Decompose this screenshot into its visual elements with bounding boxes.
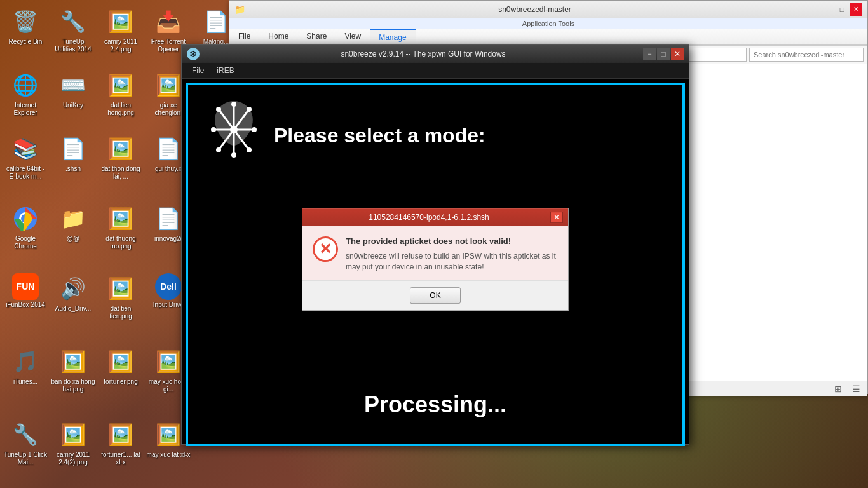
tuneup-icon: 🔧 (58, 6, 88, 37)
icon-label: ban do xa hong hai.png (51, 378, 95, 393)
snow-processing-text: Processing... (364, 391, 506, 418)
ban-do-icon: 🖼️ (58, 346, 88, 377)
icon-label: calibre 64bit - E-book m... (3, 165, 48, 180)
audio-icon: 🔊 (58, 273, 88, 304)
snow-titlebar-buttons: − □ ✕ (643, 48, 684, 60)
calibre-icon: 📚 (10, 133, 41, 164)
desktop-icon-at[interactable]: 📁 @@ (51, 203, 95, 243)
desktop-icon-ban-do[interactable]: 🖼️ ban do xa hong hai.png (51, 346, 95, 393)
snow-minimize-button[interactable]: − (643, 48, 656, 60)
explorer-titlebar: 📁 sn0wbreezedl-master − □ ✕ (229, 1, 867, 18)
desktop-icon-camry2[interactable]: 🖼️ camry 2011 2.4(2).png (51, 419, 95, 466)
svg-point-14 (216, 147, 221, 152)
snowflake-logo-icon (207, 98, 261, 173)
desktop-icon-ie[interactable]: 🌐 Internet Explorer (3, 70, 48, 117)
snow-close-button[interactable]: ✕ (671, 48, 684, 60)
icon-label: dat thon dong lai, ... (98, 165, 143, 180)
tab-manage[interactable]: Manage (370, 29, 415, 44)
desktop-icon-tuneup[interactable]: 🔧 TuneUp Utilities 2014 (51, 6, 95, 53)
error-close-button[interactable]: ✕ (550, 212, 563, 223)
error-message-title: The provided apticket does not look vali… (346, 236, 558, 246)
desktop-icon-unikey[interactable]: ⌨️ UniKey (51, 70, 95, 109)
innovag-icon: 📄 (153, 203, 184, 234)
icon-label: TuneUp 1 Click Mai... (3, 451, 48, 466)
icon-label: Audio_Driv... (51, 305, 95, 313)
svg-point-8 (231, 152, 236, 158)
close-button[interactable]: ✕ (850, 3, 862, 16)
gia-xe-icon: 🖼️ (153, 70, 184, 100)
desktop-icon-fortuner2[interactable]: 🖼️ fortuner1... lat xl-x (98, 419, 143, 466)
ifunbox-icon: FUN (12, 273, 39, 300)
error-body: ✕ The provided apticket does not look va… (302, 226, 568, 280)
svg-point-7 (231, 102, 236, 107)
at-icon: 📁 (58, 203, 88, 234)
desktop-icon-chrome[interactable]: Google Chrome (3, 203, 48, 250)
icon-label: .shsh (51, 165, 95, 173)
camry-icon: 🖼️ (105, 6, 136, 37)
icon-label: fortuner.png (98, 378, 143, 386)
minimize-button[interactable]: − (822, 3, 834, 16)
unikey-icon: ⌨️ (58, 70, 88, 100)
desktop-icon-audio[interactable]: 🔊 Audio_Driv... (51, 273, 95, 313)
dat-thon-icon: 🖼️ (105, 133, 136, 164)
gui-thuy-icon: 📄 (153, 133, 184, 164)
desktop-icon-fortuner[interactable]: 🖼️ fortuner.png (98, 346, 143, 386)
icon-label: UniKey (51, 102, 95, 109)
titlebar-buttons: − □ ✕ (822, 3, 862, 16)
snow-menu-ireb[interactable]: iREB (210, 64, 240, 77)
icon-label: iFunBox 2014 (3, 301, 48, 309)
desktop-icon-camry[interactable]: 🖼️ camry 2011 2.4.png (98, 6, 143, 53)
icon-label: Recycle Bin (3, 38, 48, 46)
snow-logo-icon: ❄ (187, 48, 200, 60)
desktop-icon-dat-thuong[interactable]: 🖼️ dat thuong mo.png (98, 203, 143, 250)
desktop-icon-dat-lien[interactable]: 🖼️ dat lien hong.png (98, 70, 143, 117)
snow-menu-file[interactable]: File (186, 64, 210, 77)
itunes-icon: 🎵 (10, 346, 41, 377)
desktop-icon-ifunbox[interactable]: FUN iFunBox 2014 (3, 273, 48, 309)
tab-file[interactable]: File (229, 29, 259, 44)
icon-label: dat lien hong.png (98, 102, 143, 117)
dat-thuong-icon: 🖼️ (105, 203, 136, 234)
icon-label: may xuc lat xl-x (146, 451, 191, 459)
search-input[interactable] (749, 48, 864, 62)
error-ok-button[interactable]: OK (410, 287, 461, 304)
snow-maximize-button[interactable]: □ (657, 48, 670, 60)
icon-label: camry 2011 2.4.png (98, 38, 143, 53)
svg-point-10 (252, 127, 257, 132)
maximize-button[interactable]: □ (836, 3, 848, 16)
desktop: 🗑️ Recycle Bin 🔧 TuneUp Utilities 2014 🖼… (0, 0, 868, 488)
fortuner-icon: 🖼️ (105, 346, 136, 377)
chrome-icon (10, 203, 41, 234)
icon-label: TuneUp Utilities 2014 (51, 38, 95, 53)
list-view-button[interactable]: ☰ (850, 383, 862, 395)
icon-label: dat thuong mo.png (98, 235, 143, 250)
camry2-icon: 🖼️ (58, 419, 88, 450)
desktop-icon-dat-thon[interactable]: 🖼️ dat thon dong lai, ... (98, 133, 143, 180)
icon-label: @@ (51, 235, 95, 243)
error-titlebar: 1105284146570-ipod4,1-6.1.2.shsh ✕ (302, 208, 568, 226)
error-dialog: 1105284146570-ipod4,1-6.1.2.shsh ✕ ✕ The… (302, 208, 569, 311)
may-xuc-icon: 🖼️ (153, 346, 184, 377)
details-view-button[interactable]: ⊞ (832, 383, 844, 395)
desktop-icon-tuneup2[interactable]: 🔧 TuneUp 1 Click Mai... (3, 419, 48, 466)
tab-share[interactable]: Share (297, 29, 336, 44)
error-title: 1105284146570-ipod4,1-6.1.2.shsh (308, 213, 550, 222)
desktop-icon-calibre[interactable]: 📚 calibre 64bit - E-book m... (3, 133, 48, 180)
tab-home[interactable]: Home (259, 29, 297, 44)
snow-header-text: Please select a mode: (274, 124, 485, 147)
explorer-title: sn0wbreezedl-master (248, 5, 822, 14)
desktop-icon-dat-tien[interactable]: 🖼️ dat tien tien.png (98, 273, 143, 320)
icon-label: Internet Explorer (3, 102, 48, 117)
ribbon-tabs: File Home Share View Manage (229, 29, 867, 45)
snow-header: Please select a mode: (188, 85, 505, 180)
dat-tien-icon: 🖼️ (105, 273, 136, 304)
svg-point-12 (247, 147, 252, 152)
desktop-icon-recycle[interactable]: 🗑️ Recycle Bin (3, 6, 48, 46)
dat-lien-icon: 🖼️ (105, 70, 136, 100)
tab-view[interactable]: View (336, 29, 370, 44)
ie-icon: 🌐 (10, 70, 41, 100)
desktop-icon-shsh[interactable]: 📄 .shsh (51, 133, 95, 173)
explorer-ribbon: Application Tools File Home Share View M… (229, 18, 867, 46)
shsh-icon: 📄 (58, 133, 88, 164)
desktop-icon-itunes[interactable]: 🎵 iTunes... (3, 346, 48, 386)
